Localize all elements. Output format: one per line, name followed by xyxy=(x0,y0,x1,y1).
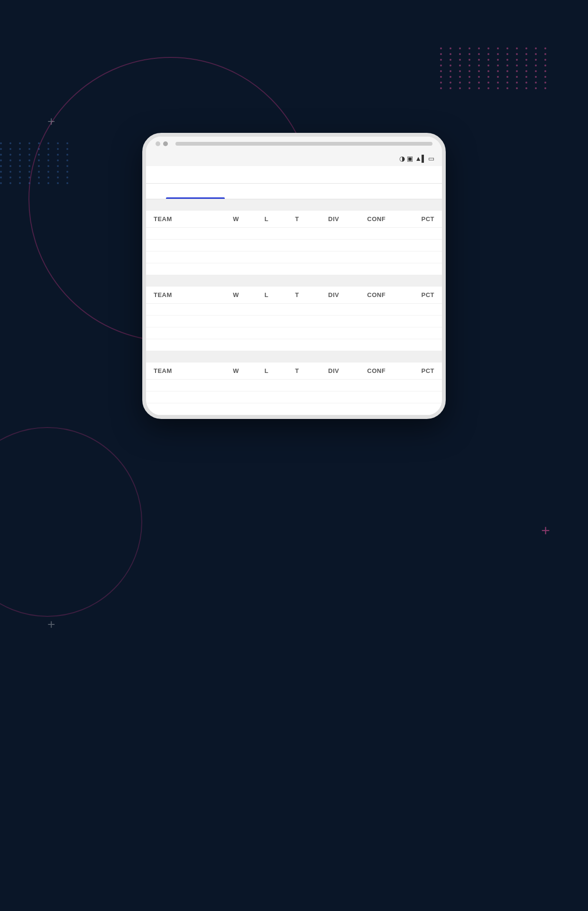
back-button[interactable] xyxy=(156,173,163,177)
table-row-patriots xyxy=(146,251,442,263)
division-afc-south xyxy=(146,351,442,363)
battery-icon: ▭ xyxy=(428,155,434,162)
col-header-w-2: W xyxy=(221,291,251,298)
col-header-conf-3: CONF xyxy=(355,367,398,374)
phone-mockup: ◑ ▣ ▲▌ ▭ TEAM W L T DIV xyxy=(142,133,446,419)
app-header xyxy=(146,166,442,184)
table-header-afc-east: TEAM W L T DIV CONF PCT xyxy=(146,211,442,228)
tabs-bar xyxy=(146,184,442,199)
bg-circle-2 xyxy=(0,427,142,617)
table-row-bengals xyxy=(146,339,442,351)
status-icons: ◑ ▣ ▲▌ ▭ xyxy=(399,155,434,162)
division-afc-east xyxy=(146,199,442,211)
decorative-plus-1: + xyxy=(47,114,55,129)
table-row-colts xyxy=(146,391,442,403)
col-header-l-2: L xyxy=(251,291,282,298)
col-header-pct-3: PCT xyxy=(398,367,434,374)
signal-icon: ▲▌ xyxy=(415,155,426,162)
col-header-team-3: TEAM xyxy=(154,367,221,374)
decorative-plus-3: + xyxy=(541,522,550,539)
standings-table: TEAM W L T DIV CONF PCT xyxy=(146,199,442,415)
col-header-l-3: L xyxy=(251,367,282,374)
bg-dots-blue: const blueDots = document.querySelector(… xyxy=(0,142,72,184)
phone-pill xyxy=(175,142,432,146)
table-row-dolphins xyxy=(146,240,442,251)
col-header-w-3: W xyxy=(221,367,251,374)
col-header-t-1: T xyxy=(282,215,312,223)
tab-conf[interactable] xyxy=(245,184,343,199)
col-header-div-3: DIV xyxy=(312,367,355,374)
col-header-div-1: DIV xyxy=(312,215,355,223)
table-row-texans xyxy=(146,403,442,415)
phone-dot-2 xyxy=(163,141,168,146)
col-header-team-2: TEAM xyxy=(154,291,221,298)
status-icon-2: ▣ xyxy=(407,155,413,162)
col-header-t-2: T xyxy=(282,291,312,298)
table-row-browns xyxy=(146,327,442,339)
col-header-team-1: TEAM xyxy=(154,215,221,223)
division-afc-north xyxy=(146,275,442,287)
phone-frame: ◑ ▣ ▲▌ ▭ TEAM W L T DIV xyxy=(142,133,446,419)
table-row-jets xyxy=(146,263,442,275)
tab-league[interactable] xyxy=(343,184,442,199)
table-row-titans xyxy=(146,380,442,391)
phone-top-bar xyxy=(146,137,442,151)
table-row-bills xyxy=(146,228,442,240)
phone-dots xyxy=(156,141,168,146)
col-header-w-1: W xyxy=(221,215,251,223)
status-icon-1: ◑ xyxy=(399,155,405,162)
table-row-ravens xyxy=(146,316,442,327)
table-header-afc-south: TEAM W L T DIV CONF PCT xyxy=(146,363,442,380)
decorative-plus-2: + xyxy=(47,617,55,632)
status-bar: ◑ ▣ ▲▌ ▭ xyxy=(146,151,442,166)
col-header-pct-1: PCT xyxy=(398,215,434,223)
table-header-afc-north: TEAM W L T DIV CONF PCT xyxy=(146,287,442,304)
bg-dots-pink: const pinkDots = document.querySelector(… xyxy=(440,47,550,89)
phone-dot-1 xyxy=(156,141,160,146)
col-header-conf-2: CONF xyxy=(355,291,398,298)
col-header-conf-1: CONF xyxy=(355,215,398,223)
table-row-steelers xyxy=(146,304,442,316)
col-header-t-3: T xyxy=(282,367,312,374)
col-header-pct-2: PCT xyxy=(398,291,434,298)
col-header-l-1: L xyxy=(251,215,282,223)
col-header-div-2: DIV xyxy=(312,291,355,298)
tab-div[interactable] xyxy=(146,184,245,199)
